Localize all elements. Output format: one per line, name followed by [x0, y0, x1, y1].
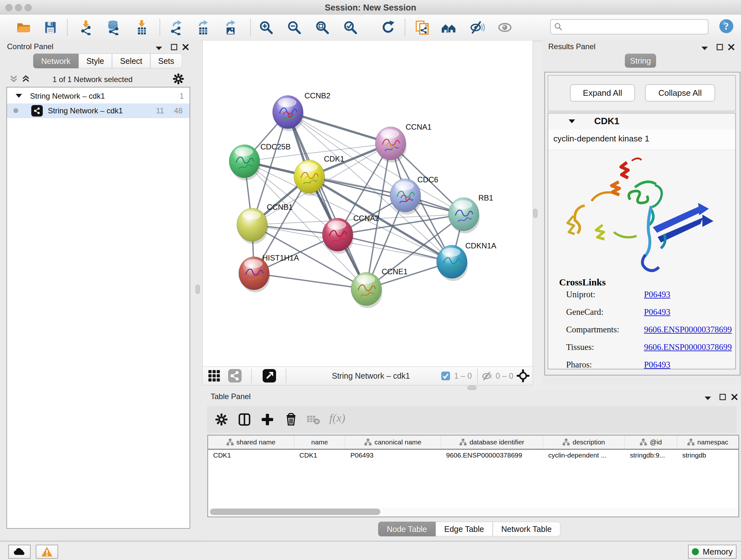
panel-menu-icon[interactable]: [704, 395, 712, 401]
memory-button[interactable]: Memory: [688, 545, 737, 559]
network-node-rb1[interactable]: [448, 198, 480, 233]
column-header-canonical-name[interactable]: canonical name: [345, 435, 441, 449]
import-database-button[interactable]: [105, 20, 121, 35]
float-panel-icon[interactable]: [719, 393, 727, 401]
results-panel-title: Results Panel: [548, 42, 596, 51]
selected-nodes-checkbox-icon[interactable]: [441, 372, 450, 380]
share-document-button[interactable]: [415, 20, 430, 35]
expand-all-button[interactable]: Expand All: [570, 84, 635, 102]
refresh-button[interactable]: [381, 20, 396, 35]
zoom-out-button[interactable]: [286, 20, 302, 35]
save-session-button[interactable]: [43, 20, 58, 35]
network-node-cdk1[interactable]: [294, 160, 325, 196]
network-node-ccna1[interactable]: [375, 127, 407, 163]
cell-namespace[interactable]: stringdb: [677, 449, 738, 462]
function-builder-icon[interactable]: f(x): [329, 411, 345, 425]
column-header-shared-name[interactable]: shared name: [208, 435, 294, 449]
import-network-button[interactable]: [78, 20, 93, 35]
zoom-in-button[interactable]: [259, 20, 274, 35]
open-session-button[interactable]: [16, 20, 31, 35]
scrollbar-thumb[interactable]: [210, 509, 381, 515]
show-columns-icon[interactable]: [238, 413, 252, 427]
network-node-ccnb1[interactable]: [237, 208, 268, 244]
delete-table-icon[interactable]: [307, 413, 320, 427]
crosslink-link[interactable]: 9606.ENSP00000378699: [644, 342, 732, 352]
cell-canonical-name[interactable]: P06493: [345, 449, 441, 462]
float-panel-icon[interactable]: [716, 44, 724, 51]
cell-name[interactable]: CDK1: [294, 449, 345, 462]
help-button[interactable]: ?: [719, 18, 734, 34]
close-panel-icon[interactable]: [728, 44, 735, 51]
search-input[interactable]: [565, 21, 703, 32]
tab-style[interactable]: Style: [78, 54, 112, 68]
export-table-button[interactable]: [195, 20, 211, 35]
close-panel-icon[interactable]: [731, 393, 738, 401]
column-header-description[interactable]: description: [543, 435, 625, 449]
birdseye-view-icon[interactable]: [263, 369, 276, 382]
crosslink-link[interactable]: P06493: [644, 290, 670, 300]
zoom-fit-button[interactable]: [315, 20, 330, 35]
tab-node-table[interactable]: Node Table: [378, 522, 435, 537]
share-view-icon[interactable]: [228, 369, 242, 382]
table-settings-gear-icon[interactable]: [214, 413, 228, 427]
network-node-ccna2[interactable]: [322, 218, 354, 254]
panel-menu-icon[interactable]: [701, 45, 709, 51]
cell-database-identifier[interactable]: 9606.ENSP00000378699: [441, 449, 543, 462]
crosslink-link[interactable]: P06493: [644, 307, 670, 317]
collapse-all-chevron-icon[interactable]: [9, 74, 18, 84]
network-collection-row[interactable]: String Network – cdk1 1: [7, 89, 190, 104]
panel-menu-icon[interactable]: [155, 45, 163, 51]
tab-sets[interactable]: Sets: [150, 54, 182, 68]
collection-label: String Network – cdk1: [30, 91, 105, 101]
crosslink-link[interactable]: P06493: [644, 360, 670, 370]
network-canvas[interactable]: CCNB2CCNA1CDC25BCDK1CDC6RB1CCNB1CCNA2CDK…: [203, 41, 532, 366]
close-panel-icon[interactable]: [182, 44, 190, 51]
zoom-selected-button[interactable]: [343, 20, 358, 35]
network-node-cdkn1a[interactable]: [436, 245, 468, 281]
pan-crosshair-icon[interactable]: [516, 369, 530, 383]
network-options-gear-icon[interactable]: [172, 73, 185, 85]
bottom-splitter-handle[interactable]: [468, 386, 476, 390]
import-table-button[interactable]: [134, 20, 149, 35]
horizontal-scrollbar[interactable]: [208, 508, 738, 516]
column-header-database-identifier[interactable]: database identifier: [441, 435, 543, 449]
add-column-icon[interactable]: [260, 413, 274, 427]
cloud-button[interactable]: [8, 545, 30, 559]
crosslink-label: GeneCard:: [566, 307, 603, 317]
table-row[interactable]: CDK1 CDK1 P06493 9606.ENSP00000378699 cy…: [208, 449, 738, 462]
network-row[interactable]: String Network – cdk1 11 48: [7, 104, 190, 118]
home-networks-icon[interactable]: [441, 20, 456, 35]
network-view[interactable]: CCNB2CCNA1CDC25BCDK1CDC6RB1CCNB1CCNA2CDK…: [202, 41, 533, 367]
column-header-name[interactable]: name: [294, 435, 345, 449]
delete-column-icon[interactable]: [284, 413, 298, 427]
tab-select[interactable]: Select: [112, 54, 150, 68]
show-eye-icon[interactable]: [497, 20, 513, 35]
hide-selected-eye-icon[interactable]: [470, 20, 485, 35]
cell-id[interactable]: stringdb:9...: [625, 449, 677, 462]
tab-network-table[interactable]: Network Table: [493, 522, 560, 537]
network-node-ccne1[interactable]: [351, 272, 382, 308]
column-header-namespace[interactable]: namespac: [677, 435, 738, 449]
tab-edge-table[interactable]: Edge Table: [435, 522, 493, 537]
tab-network[interactable]: Network: [33, 54, 78, 68]
network-node-ccnb2[interactable]: [273, 96, 304, 131]
cell-description[interactable]: cyclin-dependent ...: [543, 449, 625, 462]
warnings-button[interactable]: [36, 545, 58, 559]
float-panel-icon[interactable]: [171, 44, 178, 51]
tab-string[interactable]: String: [625, 54, 656, 68]
left-splitter-handle[interactable]: [196, 285, 200, 294]
gene-collapse-icon[interactable]: [568, 118, 576, 124]
cell-shared-name[interactable]: CDK1: [208, 449, 294, 462]
column-header-id[interactable]: @id: [625, 435, 677, 449]
expand-all-chevron-icon[interactable]: [21, 74, 30, 84]
export-network-button[interactable]: [169, 20, 185, 35]
network-node-cdc25b[interactable]: [229, 145, 260, 180]
right-splitter-handle[interactable]: [533, 209, 537, 218]
export-image-button[interactable]: [223, 20, 238, 35]
collapse-all-button[interactable]: Collapse All: [645, 84, 715, 102]
hidden-eye-slash-icon[interactable]: [482, 371, 492, 381]
crosslink-link[interactable]: 9606.ENSP00000378699: [644, 325, 732, 334]
collection-expand-icon[interactable]: [15, 93, 22, 98]
gene-header[interactable]: CDK1: [548, 113, 735, 130]
grid-view-icon[interactable]: [208, 369, 221, 383]
